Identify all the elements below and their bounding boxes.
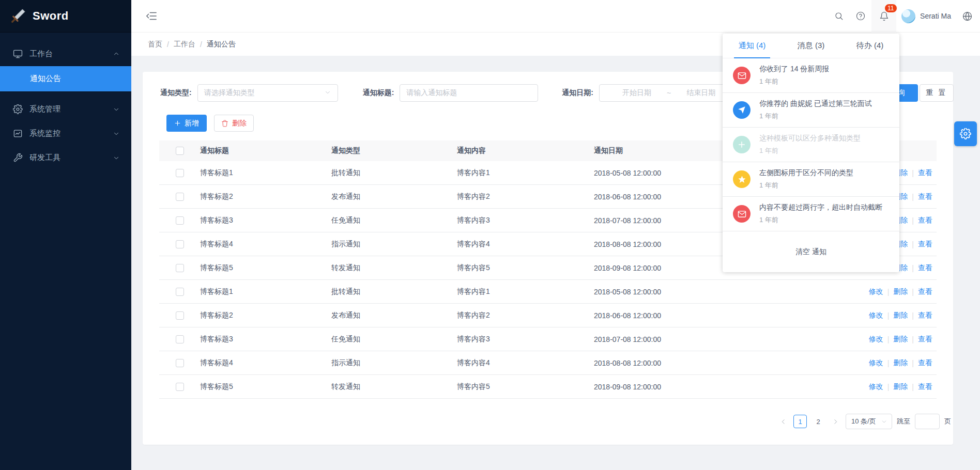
cell-title: 博客标题5 — [200, 382, 331, 391]
sidebar-item-label: 研发工具 — [29, 153, 60, 163]
pagination: 1 2 10 条/页 跳至 页 — [777, 414, 951, 429]
edit-link[interactable]: 修改 — [869, 287, 883, 296]
user-menu[interactable]: Serati Ma — [896, 0, 956, 32]
view-link[interactable]: 查看 — [918, 311, 932, 320]
chart-icon — [12, 129, 23, 139]
sidebar-item-system-monitor[interactable]: 系统监控 — [0, 121, 131, 146]
sidebar-item-workbench[interactable]: 工作台 — [0, 42, 131, 66]
notification-item[interactable]: 你推荐的 曲妮妮 已通过第三轮面试 1 年前 — [723, 93, 899, 128]
sidebar-item-notice[interactable]: 通知公告 — [0, 66, 131, 92]
view-link[interactable]: 查看 — [918, 287, 932, 296]
notification-item[interactable]: 左侧图标用于区分不同的类型 1 年前 — [723, 162, 899, 197]
theme-settings-button[interactable] — [954, 121, 977, 146]
help-icon[interactable] — [850, 0, 871, 33]
view-link[interactable]: 查看 — [918, 168, 932, 178]
notification-item[interactable]: 这种模板可以区分多种通知类型 1 年前 — [723, 128, 899, 162]
row-checkbox[interactable] — [176, 216, 184, 225]
cell-type: 转发通知 — [331, 382, 457, 391]
search-icon[interactable] — [828, 0, 850, 33]
avatar — [901, 9, 915, 23]
notice-type-select[interactable]: 请选择通知类型 — [197, 84, 338, 102]
sidebar-item-dev-tools[interactable]: 研发工具 — [0, 146, 131, 170]
notice-title-input[interactable]: 请输入通知标题 — [400, 84, 538, 102]
sidebar-item-label: 系统监控 — [29, 129, 60, 138]
gear-icon — [960, 128, 971, 139]
sidebar-menu: 工作台 通知公告 系统管理 — [0, 33, 131, 170]
sidebar: Sword 工作台 通知公告 系统管理 — [0, 0, 131, 470]
delete-link[interactable]: 删除 — [893, 358, 908, 368]
menu-fold-icon[interactable] — [144, 0, 159, 33]
cell-content: 博客内容4 — [457, 240, 594, 249]
notification-title: 内容不要超过两行字，超出时自动截断 — [759, 203, 882, 212]
cell-title: 博客标题1 — [200, 287, 331, 296]
edit-link[interactable]: 修改 — [869, 382, 883, 391]
delete-link[interactable]: 删除 — [893, 382, 908, 391]
edit-link[interactable]: 修改 — [869, 358, 883, 368]
view-link[interactable]: 查看 — [918, 263, 932, 273]
breadcrumb-current: 通知公告 — [207, 40, 236, 49]
delete-link[interactable]: 删除 — [893, 335, 908, 344]
edit-link[interactable]: 修改 — [869, 311, 883, 320]
row-checkbox[interactable] — [176, 288, 184, 296]
page-size-select[interactable]: 10 条/页 — [846, 414, 892, 429]
breadcrumb-separator: / — [200, 40, 202, 49]
row-checkbox[interactable] — [176, 240, 184, 248]
view-link[interactable]: 查看 — [918, 192, 932, 201]
notification-item[interactable]: 你收到了 14 份新周报 1 年前 — [723, 58, 899, 93]
row-checkbox[interactable] — [176, 359, 184, 367]
cell-type: 发布通知 — [331, 311, 457, 320]
globe-icon[interactable] — [956, 0, 978, 33]
delete-link[interactable]: 删除 — [893, 311, 908, 320]
row-checkbox[interactable] — [176, 264, 184, 272]
page-size-value: 10 条/页 — [851, 417, 876, 426]
page-2[interactable]: 2 — [811, 415, 825, 428]
row-checkbox[interactable] — [176, 311, 184, 320]
cell-date: 2018-08-08 12:00:00 — [594, 359, 825, 367]
view-link[interactable]: 查看 — [918, 216, 932, 225]
delete-button[interactable]: 删除 — [214, 115, 254, 132]
notification-item[interactable]: 内容不要超过两行字，超出时自动截断 1 年前 — [723, 197, 899, 231]
top-bar: 11 Serati Ma — [131, 0, 980, 33]
table-row: 博客标题4 指示通知 博客内容4 2018-08-08 12:00:00 修改 … — [159, 351, 937, 375]
row-checkbox[interactable] — [176, 335, 184, 343]
notification-time: 1 年前 — [759, 112, 872, 121]
page-1[interactable]: 1 — [793, 415, 807, 428]
view-link[interactable]: 查看 — [918, 382, 932, 391]
row-checkbox[interactable] — [176, 193, 184, 201]
chevron-down-icon — [113, 106, 120, 113]
tab-notices[interactable]: 通知 (4) — [723, 34, 782, 58]
breadcrumb-home[interactable]: 首页 — [148, 40, 162, 49]
cell-type: 指示通知 — [331, 240, 457, 249]
table-row: 博客标题3 任免通知 博客内容3 2018-07-08 12:00:00 修改 … — [159, 327, 937, 351]
bell-icon[interactable]: 11 — [871, 0, 896, 33]
delete-link[interactable]: 删除 — [893, 287, 908, 296]
select-all-checkbox[interactable] — [176, 147, 184, 155]
cell-content: 博客内容5 — [457, 263, 594, 273]
view-link[interactable]: 查看 — [918, 240, 932, 249]
row-checkbox[interactable] — [176, 169, 184, 177]
jump-page-input[interactable] — [915, 414, 940, 429]
mail-icon — [733, 67, 751, 84]
star-icon — [733, 170, 751, 188]
notification-title: 左侧图标用于区分不同的类型 — [759, 168, 853, 178]
cell-type: 任免通知 — [331, 216, 457, 225]
tab-messages[interactable]: 消息 (3) — [782, 34, 840, 58]
next-page-icon[interactable] — [830, 418, 841, 425]
reset-button[interactable]: 重 置 — [920, 84, 954, 102]
add-button[interactable]: 新增 — [166, 115, 207, 132]
cell-title: 博客标题3 — [200, 335, 331, 344]
filter-type-label: 通知类型: — [160, 88, 192, 98]
edit-link[interactable]: 修改 — [869, 335, 883, 344]
clear-notifications-button[interactable]: 清空 通知 — [723, 231, 899, 272]
row-checkbox[interactable] — [176, 383, 184, 391]
view-link[interactable]: 查看 — [918, 358, 932, 368]
date-separator: ~ — [667, 89, 671, 97]
view-link[interactable]: 查看 — [918, 335, 932, 344]
sidebar-item-label: 通知公告 — [30, 74, 61, 84]
tab-todos[interactable]: 待办 (4) — [840, 34, 899, 58]
sidebar-item-system-admin[interactable]: 系统管理 — [0, 97, 131, 121]
date-end-placeholder: 结束日期 — [686, 88, 715, 98]
notification-title: 你推荐的 曲妮妮 已通过第三轮面试 — [759, 99, 872, 108]
breadcrumb-workbench[interactable]: 工作台 — [174, 40, 195, 49]
prev-page-icon[interactable] — [777, 418, 789, 425]
